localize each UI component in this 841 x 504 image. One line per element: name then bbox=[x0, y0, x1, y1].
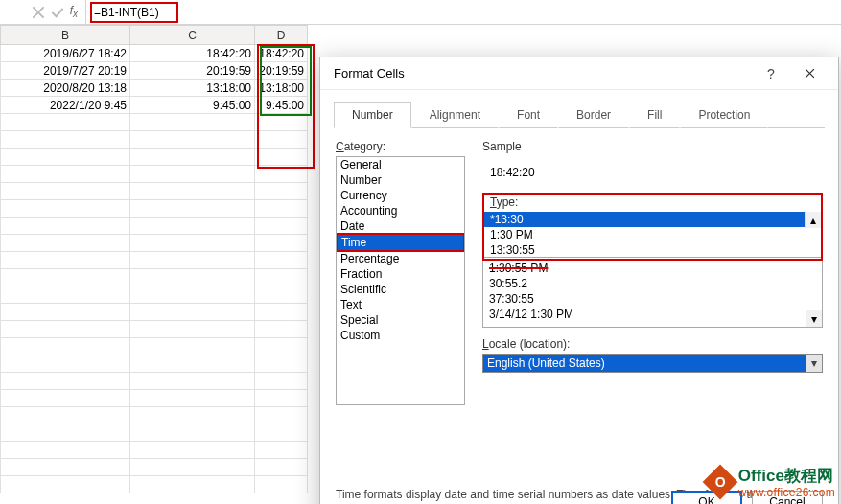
cell[interactable]: 13:18:00 bbox=[130, 80, 255, 97]
dialog-title: Format Cells bbox=[334, 66, 752, 80]
list-item[interactable]: Fraction bbox=[337, 266, 464, 282]
help-button[interactable]: ? bbox=[752, 59, 790, 88]
type-listbox[interactable]: *13:30 1:30 PM 13:30:55 ▴ bbox=[484, 212, 821, 258]
locale-select[interactable]: English (United States) ▾ bbox=[482, 354, 823, 373]
type-item[interactable]: 37:30:55 bbox=[483, 291, 822, 307]
list-item[interactable]: General bbox=[337, 157, 464, 172]
cell[interactable]: 9:45:00 bbox=[130, 97, 255, 114]
col-header-d[interactable]: D bbox=[255, 26, 308, 45]
sample-label: Sample bbox=[482, 140, 823, 153]
list-item[interactable]: Accounting bbox=[337, 203, 464, 218]
close-button[interactable] bbox=[790, 59, 829, 88]
list-item[interactable]: Custom bbox=[337, 328, 464, 343]
cell[interactable]: 18:42:20 bbox=[130, 45, 255, 62]
type-listbox-cont[interactable]: 1:30:55 PM 30:55.2 37:30:55 3/14/12 1:30… bbox=[482, 261, 823, 328]
scroll-up-icon[interactable]: ▴ bbox=[805, 212, 821, 228]
cell[interactable]: 2019/7/27 20:19 bbox=[1, 62, 130, 80]
close-icon bbox=[805, 68, 815, 79]
type-item[interactable]: 30:55.2 bbox=[483, 276, 822, 291]
annotation-box: Type: *13:30 1:30 PM 13:30:55 ▴ bbox=[482, 193, 823, 261]
type-item[interactable]: 1:30:55 PM bbox=[483, 261, 822, 276]
locale-label: Locale (location): bbox=[482, 337, 823, 351]
sample-value: 18:42:20 bbox=[490, 160, 823, 189]
type-item[interactable]: 3/14/12 1:30 PM bbox=[483, 307, 822, 322]
tab-protection[interactable]: Protection bbox=[680, 102, 768, 128]
list-item[interactable]: Special bbox=[337, 312, 464, 328]
tab-alignment[interactable]: Alignment bbox=[411, 102, 499, 128]
cell[interactable]: 9:45:00 bbox=[255, 97, 308, 114]
col-header-b[interactable]: B bbox=[1, 26, 130, 45]
type-item[interactable]: *13:30 bbox=[484, 212, 821, 227]
cell[interactable]: 20:19:59 bbox=[255, 62, 308, 80]
cell[interactable]: 18:42:20 bbox=[255, 45, 308, 62]
tab-border[interactable]: Border bbox=[558, 102, 629, 128]
chevron-down-icon[interactable]: ▾ bbox=[806, 355, 822, 372]
list-item[interactable]: Text bbox=[337, 297, 464, 312]
list-item[interactable]: Date bbox=[337, 218, 464, 234]
spreadsheet-grid[interactable]: B C D 2019/6/27 18:42 18:42:20 18:42:20 … bbox=[0, 25, 308, 504]
type-label: Type: bbox=[484, 195, 821, 209]
tab-font[interactable]: Font bbox=[499, 102, 558, 128]
enter-icon[interactable] bbox=[51, 6, 64, 19]
dialog-titlebar: Format Cells ? bbox=[320, 57, 838, 90]
logo-icon: O bbox=[702, 464, 737, 499]
cell[interactable]: 2020/8/20 13:18 bbox=[1, 80, 130, 97]
list-item[interactable]: Number bbox=[337, 172, 464, 188]
cell[interactable]: 13:18:00 bbox=[255, 80, 308, 97]
format-cells-dialog: Format Cells ? Number Alignment Font Bor… bbox=[319, 57, 839, 504]
formula-text: =B1-INT(B1) bbox=[90, 2, 178, 23]
list-item-time[interactable]: Time bbox=[338, 235, 463, 250]
list-item[interactable]: Percentage bbox=[337, 251, 464, 266]
cell[interactable]: 2022/1/20 9:45 bbox=[1, 97, 130, 114]
formula-bar: fx =B1-INT(B1) bbox=[0, 0, 841, 25]
category-label: Category: bbox=[336, 140, 465, 153]
type-item[interactable]: 1:30 PM bbox=[484, 227, 821, 242]
category-listbox[interactable]: General Number Currency Accounting Date … bbox=[336, 156, 465, 405]
tab-fill[interactable]: Fill bbox=[629, 102, 680, 128]
watermark-url: www.office26.com bbox=[738, 487, 835, 498]
watermark-text: Office教程网 bbox=[738, 467, 833, 485]
type-item[interactable]: 13:30:55 bbox=[484, 242, 821, 258]
col-header-c[interactable]: C bbox=[130, 26, 255, 45]
formula-input[interactable]: =B1-INT(B1) bbox=[86, 0, 841, 24]
watermark: O Office教程网 www.office26.com bbox=[708, 465, 835, 498]
tab-number[interactable]: Number bbox=[334, 102, 411, 128]
dialog-tabs: Number Alignment Font Border Fill Protec… bbox=[320, 90, 838, 128]
list-item[interactable]: Currency bbox=[337, 188, 464, 203]
locale-value: English (United States) bbox=[487, 356, 605, 370]
fx-icon[interactable]: fx bbox=[70, 4, 78, 19]
scroll-down-icon[interactable]: ▾ bbox=[806, 310, 822, 327]
formula-bar-controls: fx bbox=[0, 0, 86, 24]
list-item[interactable]: Scientific bbox=[337, 282, 464, 297]
cancel-icon[interactable] bbox=[32, 6, 45, 19]
cell[interactable]: 20:19:59 bbox=[130, 62, 255, 80]
cell[interactable]: 2019/6/27 18:42 bbox=[1, 45, 130, 62]
